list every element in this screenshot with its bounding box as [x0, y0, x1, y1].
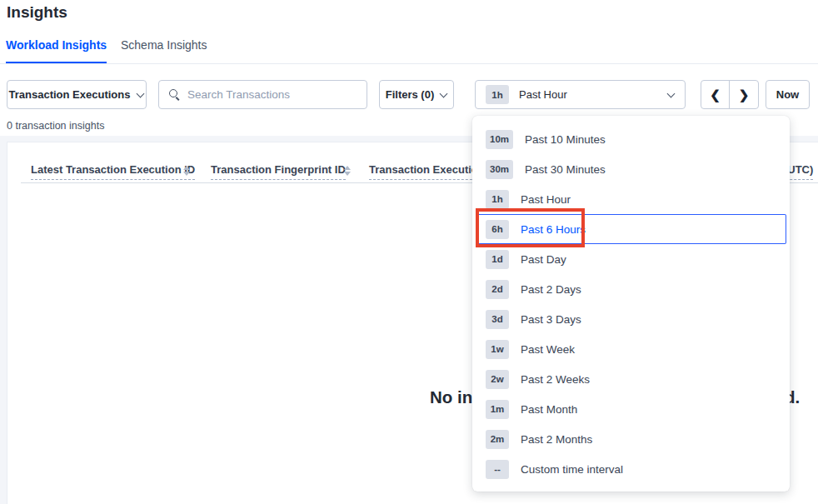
time-option-label: Past 2 Days — [521, 283, 581, 296]
search-icon — [169, 89, 180, 100]
time-option-label: Past Week — [521, 343, 575, 356]
tab-bar: Workload Insights Schema Insights — [0, 38, 818, 64]
time-option-2m[interactable]: 2m Past 2 Months — [476, 424, 786, 454]
time-option-badge: 1w — [486, 340, 509, 359]
next-time-button[interactable]: ❯ — [730, 81, 758, 108]
insights-page: Insights Workload Insights Schema Insigh… — [0, 0, 818, 504]
time-nav-arrows: ❮ ❯ — [701, 80, 759, 109]
time-option-badge: 1m — [486, 400, 509, 419]
time-option-badge: -- — [486, 460, 509, 479]
sort-icon[interactable] — [183, 165, 190, 177]
time-option-10m[interactable]: 10m Past 10 Minutes — [476, 124, 786, 154]
time-option-badge: 2w — [486, 370, 509, 389]
insights-count: 0 transaction insights — [7, 120, 104, 132]
time-option-label: Past Day — [521, 253, 566, 266]
time-option-label: Past 3 Days — [521, 313, 581, 326]
time-option-custom[interactable]: -- Custom time interval — [476, 454, 786, 484]
tab-workload-insights[interactable]: Workload Insights — [6, 38, 107, 52]
prev-time-button[interactable]: ❮ — [701, 81, 730, 108]
time-option-label: Past 10 Minutes — [525, 133, 606, 146]
search-input[interactable] — [187, 88, 346, 101]
transaction-type-label: Transaction Executions — [9, 88, 131, 101]
filters-button[interactable]: Filters (0) — [379, 80, 454, 109]
column-header-latest-transaction-execution-id[interactable]: Latest Transaction Execution ID — [31, 163, 195, 180]
time-option-label: Past 2 Months — [521, 433, 592, 446]
time-option-1d[interactable]: 1d Past Day — [476, 244, 786, 274]
transaction-type-select[interactable]: Transaction Executions — [7, 80, 147, 109]
time-option-badge: 2m — [486, 430, 509, 449]
time-range-label: Past Hour — [519, 88, 567, 101]
now-button[interactable]: Now — [766, 80, 810, 109]
time-option-label: Past Month — [521, 403, 577, 416]
time-option-label: Past 6 Hours — [521, 223, 586, 236]
filters-label: Filters (0) — [386, 88, 435, 101]
time-option-1w[interactable]: 1w Past Week — [476, 334, 786, 364]
time-option-badge: 10m — [486, 130, 513, 149]
time-option-label: Past 2 Weeks — [521, 373, 590, 386]
time-option-badge: 2d — [486, 280, 509, 299]
time-option-badge: 6h — [486, 220, 509, 239]
time-range-dropdown: 10m Past 10 Minutes 30m Past 30 Minutes … — [472, 116, 790, 492]
chevron-down-icon — [667, 91, 675, 98]
time-range-badge: 1h — [486, 85, 509, 104]
time-option-2d[interactable]: 2d Past 2 Days — [476, 274, 786, 304]
time-option-6h[interactable]: 6h Past 6 Hours — [476, 214, 786, 244]
time-option-badge: 3d — [486, 310, 509, 329]
time-option-badge: 1d — [486, 250, 509, 269]
time-option-badge: 1h — [486, 190, 509, 209]
active-tab-underline — [6, 62, 107, 63]
column-header-transaction-fingerprint-id[interactable]: Transaction Fingerprint ID — [211, 163, 346, 180]
time-option-1h[interactable]: 1h Past Hour — [476, 184, 786, 214]
time-option-30m[interactable]: 30m Past 30 Minutes — [476, 154, 786, 184]
time-range-select[interactable]: 1h Past Hour — [475, 80, 686, 109]
search-box — [158, 80, 367, 109]
time-option-label: Past 30 Minutes — [525, 163, 606, 176]
tab-schema-label: Schema Insights — [121, 38, 207, 52]
tab-workload-label: Workload Insights — [6, 38, 107, 52]
page-title: Insights — [7, 3, 67, 22]
now-label: Now — [776, 88, 799, 101]
time-option-label: Custom time interval — [521, 463, 623, 476]
time-option-label: Past Hour — [521, 193, 571, 206]
sort-icon[interactable] — [344, 165, 351, 177]
tab-schema-insights[interactable]: Schema Insights — [121, 38, 207, 52]
time-option-2w[interactable]: 2w Past 2 Weeks — [476, 364, 786, 394]
column-header-transaction-execution[interactable]: Transaction Execution — [369, 163, 485, 180]
time-option-badge: 30m — [486, 160, 513, 179]
time-option-1m[interactable]: 1m Past Month — [476, 394, 786, 424]
chevron-down-icon — [137, 91, 144, 98]
time-option-3d[interactable]: 3d Past 3 Days — [476, 304, 786, 334]
chevron-down-icon — [440, 91, 447, 98]
